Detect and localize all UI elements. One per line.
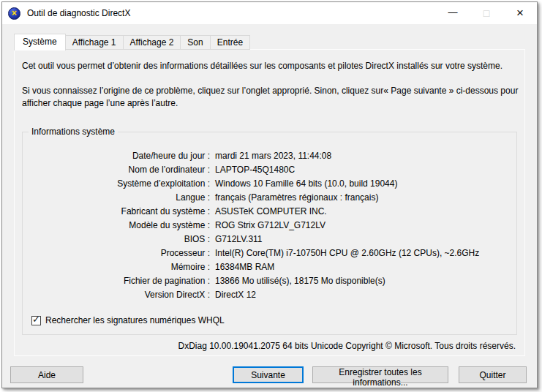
tab-affichage-2[interactable]: Affichage 2 bbox=[123, 35, 181, 50]
info-row: Langue : français (Paramètres régionaux … bbox=[23, 190, 516, 204]
info-row-label: Processeur : bbox=[23, 248, 210, 258]
checkbox-icon[interactable]: ✓ bbox=[31, 316, 41, 325]
info-row-label: Version DirectX : bbox=[23, 290, 210, 300]
info-row-value: DirectX 12 bbox=[215, 290, 256, 300]
info-row: BIOS : G712LV.311 bbox=[23, 232, 516, 246]
info-row-value: 13866 Mo utilisé(s), 18175 Mo disponible… bbox=[215, 276, 385, 286]
title-bar: × Outil de diagnostic DirectX — □ × bbox=[2, 2, 537, 24]
quit-button[interactable]: Quitter bbox=[459, 366, 527, 383]
dxdiag-app-icon: × bbox=[8, 7, 20, 20]
help-button[interactable]: Aide bbox=[10, 366, 83, 383]
tab-entree[interactable]: Entrée bbox=[210, 35, 250, 50]
info-row-label: Nom de l’ordinateur : bbox=[23, 165, 210, 175]
info-row-value: ROG Strix G712LV_G712LV bbox=[215, 220, 325, 230]
close-icon[interactable]: × bbox=[503, 2, 537, 24]
info-row-label: Mémoire : bbox=[23, 262, 210, 272]
next-button[interactable]: Suivante bbox=[233, 366, 304, 383]
intro-paragraph-1: Cet outil vous permet d’obtenir des info… bbox=[22, 60, 525, 72]
window-title: Outil de diagnostic DirectX bbox=[27, 8, 130, 18]
info-row-value: mardi 21 mars 2023, 11:44:08 bbox=[215, 151, 331, 161]
info-row: Fichier de pagination : 13866 Mo utilisé… bbox=[23, 274, 516, 287]
dxdiag-window: × Outil de diagnostic DirectX — □ × Syst… bbox=[1, 1, 538, 388]
info-row: Nom de l’ordinateur : LAPTOP-45Q1480C bbox=[23, 162, 516, 176]
whql-checkbox-label: Rechercher les signatures numériques WHQ… bbox=[45, 315, 225, 325]
info-row: Processeur : Intel(R) Core(TM) i7-10750H… bbox=[23, 246, 516, 260]
groupbox-title: Informations système bbox=[29, 127, 118, 137]
info-row-value: LAPTOP-45Q1480C bbox=[215, 165, 295, 175]
info-row-value: 16384MB RAM bbox=[215, 262, 274, 272]
system-info-rows: Date/heure du jour : mardi 21 mars 2023,… bbox=[23, 132, 516, 301]
tab-affichage-1[interactable]: Affichage 1 bbox=[65, 35, 124, 50]
checkmark-icon: ✓ bbox=[32, 316, 40, 323]
tab-bar: Système Affichage 1 Affichage 2 Son Entr… bbox=[14, 33, 249, 50]
whql-checkbox[interactable]: ✓ Rechercher les signatures numériques W… bbox=[31, 315, 225, 325]
info-row-label: Fichier de pagination : bbox=[23, 276, 210, 286]
info-row-value: Windows 10 Famille 64 bits (10.0, build … bbox=[215, 178, 397, 189]
info-row: Date/heure du jour : mardi 21 mars 2023,… bbox=[23, 148, 516, 162]
info-row: Version DirectX : DirectX 12 bbox=[23, 287, 516, 301]
save-all-info-button[interactable]: Enregistrer toutes les informations... bbox=[312, 366, 448, 383]
info-row-label: Modèle du système : bbox=[23, 220, 210, 230]
info-row: Système d’exploitation : Windows 10 Fami… bbox=[23, 176, 516, 190]
system-info-groupbox: Informations système Date/heure du jour … bbox=[22, 132, 517, 335]
info-row-value: Intel(R) Core(TM) i7-10750H CPU @ 2.60GH… bbox=[215, 248, 479, 258]
info-row-value: G712LV.311 bbox=[215, 234, 263, 244]
dxdiag-icon-x-glyph: × bbox=[12, 9, 17, 18]
info-row: Modèle du système : ROG Strix G712LV_G71… bbox=[23, 218, 516, 232]
info-row-value: français (Paramètres régionaux : françai… bbox=[215, 192, 378, 203]
info-row-label: Fabricant du système : bbox=[23, 206, 210, 216]
tab-systeme[interactable]: Système bbox=[14, 34, 66, 50]
info-row-value: ASUSTeK COMPUTER INC. bbox=[215, 206, 327, 216]
info-row-label: Date/heure du jour : bbox=[23, 151, 210, 161]
info-row: Fabricant du système : ASUSTeK COMPUTER … bbox=[23, 204, 516, 218]
copyright-note: DxDiag 10.00.19041.2075 64 bits Unicode … bbox=[178, 341, 516, 351]
tab-panel-systeme: Cet outil vous permet d’obtenir des info… bbox=[14, 49, 525, 356]
info-row-label: Langue : bbox=[23, 192, 210, 203]
caption-buttons: — □ × bbox=[436, 2, 537, 24]
dialog-body: Système Affichage 1 Affichage 2 Son Entr… bbox=[2, 24, 537, 388]
info-row-label: Système d’exploitation : bbox=[23, 178, 210, 189]
info-row: Mémoire : 16384MB RAM bbox=[23, 260, 516, 274]
maximize-icon: □ bbox=[470, 2, 503, 24]
intro-paragraph-2: Si vous connaissez l’origine de ce probl… bbox=[22, 85, 525, 110]
tab-son[interactable]: Son bbox=[180, 35, 210, 50]
info-row-label: BIOS : bbox=[23, 234, 210, 244]
minimize-icon[interactable]: — bbox=[436, 2, 470, 24]
